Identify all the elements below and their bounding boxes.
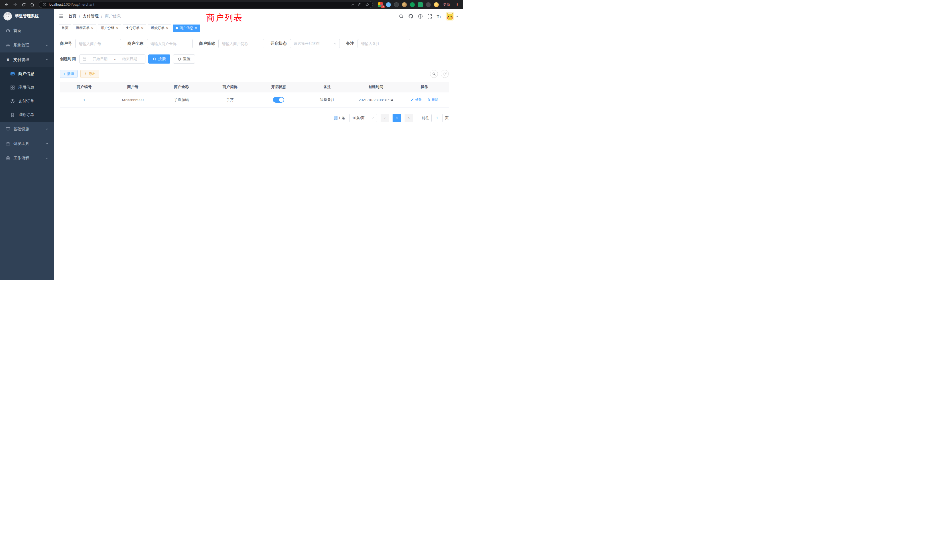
site-info-icon[interactable]	[42, 3, 47, 6]
page-number-button[interactable]: 1	[393, 114, 401, 122]
top-navbar: 首页 / 支付管理 / 商户信息 TT	[54, 9, 463, 23]
delete-button[interactable]: 删除	[427, 97, 439, 102]
close-icon[interactable]: ×	[166, 26, 168, 30]
github-icon[interactable]	[408, 14, 413, 19]
tab-refund-order[interactable]: 退款订单 ×	[148, 24, 171, 32]
merchant-short-input[interactable]	[218, 39, 264, 48]
chevron-down-icon	[456, 16, 458, 18]
monitor-icon	[6, 127, 10, 132]
close-icon[interactable]: ×	[117, 26, 119, 30]
sidebar-item-workflow[interactable]: 工作流程	[0, 151, 54, 165]
status-label: 开启状态	[271, 41, 286, 46]
remark-label: 备注	[346, 41, 354, 46]
font-size-icon[interactable]: TT	[437, 14, 441, 18]
search-icon	[432, 72, 436, 76]
profile-avatar-icon[interactable]	[434, 2, 439, 7]
share-icon[interactable]	[358, 3, 362, 6]
next-page-button[interactable]: ›	[404, 114, 413, 122]
status-select[interactable]: 请选择开启状态	[290, 39, 340, 48]
extension-icon[interactable]	[418, 2, 423, 7]
browser-reload-button[interactable]	[20, 1, 27, 8]
sidebar-item-pay-order[interactable]: 支付订单	[0, 94, 54, 108]
tab-label: 用户分组	[101, 26, 115, 30]
sidebar-item-refund-order[interactable]: 退款订单	[0, 108, 54, 122]
tab-user-group[interactable]: 用户分组 ×	[98, 24, 121, 32]
sidebar-item-label: 首页	[14, 28, 21, 33]
tab-label: 支付订单	[126, 26, 139, 30]
table-row: 1 M233666999 芋道源码 芋艿 我是备注 2021-10-23 08:…	[60, 92, 449, 107]
breadcrumb-item[interactable]: 支付管理	[83, 14, 98, 19]
start-date-placeholder: 开始日期	[88, 56, 113, 62]
close-icon[interactable]: ×	[141, 26, 144, 30]
browser-back-button[interactable]	[3, 1, 10, 8]
close-icon[interactable]: ×	[195, 26, 197, 30]
chevron-down-icon	[45, 127, 48, 130]
sidebar-item-dev-tools[interactable]: 研发工具	[0, 136, 54, 151]
tab-pay-order[interactable]: 支付订单 ×	[123, 24, 146, 32]
merchant-name-input[interactable]	[147, 39, 193, 48]
browser-home-button[interactable]	[29, 1, 36, 8]
sidebar-item-pay[interactable]: ¥ 支付管理	[0, 53, 54, 67]
gear-icon	[6, 43, 10, 48]
sidebar-item-merchant-info[interactable]: 商户信息	[0, 67, 54, 81]
user-menu[interactable]	[446, 12, 458, 21]
bookmark-star-icon[interactable]	[365, 3, 369, 6]
tab-home[interactable]: 首页	[59, 24, 71, 32]
status-toggle[interactable]	[273, 97, 284, 103]
browser-update-button[interactable]: 更新	[443, 2, 450, 7]
sidebar-item-home[interactable]: 首页	[0, 23, 54, 38]
sidebar-item-infrastructure[interactable]: 基础设施	[0, 122, 54, 136]
extension-icon[interactable]	[386, 2, 391, 7]
sidebar-toggle-icon[interactable]	[59, 14, 64, 19]
help-icon[interactable]	[418, 14, 423, 19]
tab-merchant-info[interactable]: 商户信息 ×	[173, 24, 200, 32]
user-avatar	[446, 12, 454, 21]
toggle-search-button[interactable]	[430, 70, 438, 78]
close-icon[interactable]: ×	[91, 26, 94, 30]
sidebar-item-app-info[interactable]: 应用信息	[0, 81, 54, 94]
plus-icon: +	[63, 72, 65, 76]
sidebar-item-system[interactable]: 系统管理	[0, 38, 54, 53]
breadcrumb-item[interactable]: 首页	[68, 14, 76, 19]
browser-forward-button[interactable]	[11, 1, 19, 8]
sidebar-item-label: 支付管理	[14, 57, 29, 62]
extension-icon[interactable]: 10	[378, 2, 383, 7]
url-text: localhost:1024/pay/merchant	[49, 3, 348, 6]
address-bar[interactable]: localhost:1024/pay/merchant	[39, 1, 373, 8]
create-time-range-picker[interactable]: 开始日期 - 结束日期	[79, 54, 145, 64]
export-button[interactable]: 导出	[80, 70, 99, 78]
edit-button[interactable]: 修改	[410, 97, 422, 102]
column-header: 备注	[303, 82, 352, 92]
browser-menu-icon[interactable]: ⋮	[455, 2, 458, 7]
reload-icon	[22, 3, 26, 7]
password-key-icon[interactable]	[350, 3, 354, 6]
goto-page-input[interactable]	[431, 114, 443, 122]
prev-page-button[interactable]: ‹	[381, 114, 389, 122]
reset-button[interactable]: 重置	[173, 54, 195, 64]
merchant-no-label: 商户号	[60, 41, 72, 46]
extension-icon[interactable]	[426, 2, 431, 7]
search-button-label: 搜索	[158, 56, 166, 62]
fullscreen-icon[interactable]	[427, 14, 432, 19]
add-button[interactable]: + 新增	[60, 70, 77, 78]
app-logo[interactable]: 芋道管理系统	[0, 9, 54, 23]
url-path: :1024/pay/merchant	[63, 3, 94, 6]
tab-process-form[interactable]: 流程表单 ×	[73, 24, 96, 32]
remark-input[interactable]	[357, 39, 410, 48]
column-header: 操作	[400, 82, 449, 92]
chevron-down-icon	[371, 117, 374, 120]
export-button-label: 导出	[89, 71, 96, 76]
merchant-no-input[interactable]	[75, 39, 121, 48]
refresh-icon	[443, 72, 447, 76]
page-size-select[interactable]: 10条/页	[349, 114, 377, 122]
extension-icon[interactable]	[410, 2, 415, 7]
breadcrumb-item-current: 商户信息	[105, 14, 121, 19]
sidebar-item-label: 基础设施	[14, 127, 29, 132]
chevron-down-icon	[45, 44, 48, 47]
extension-icon[interactable]	[394, 2, 399, 7]
toolbox-icon	[6, 141, 10, 146]
refresh-table-button[interactable]	[441, 70, 449, 78]
search-button[interactable]: 搜索	[148, 54, 170, 64]
search-icon[interactable]	[399, 14, 404, 19]
extension-icon[interactable]	[402, 2, 407, 7]
